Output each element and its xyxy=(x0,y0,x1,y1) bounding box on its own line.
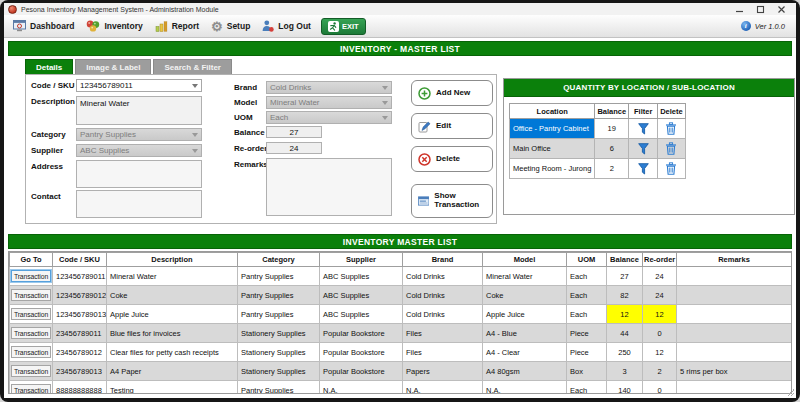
master-col-header: Model xyxy=(483,253,567,267)
cell-balance: 12 xyxy=(607,305,643,324)
cell-category: Pantry Supplies xyxy=(238,305,320,324)
cell-brand: Cold Drinks xyxy=(403,267,483,286)
supplier-label: Supplier xyxy=(31,146,63,155)
cell-brand: N.A. xyxy=(403,381,483,395)
master-col-header: Remarks xyxy=(677,253,792,267)
filter-icon[interactable] xyxy=(629,159,658,179)
filter-icon[interactable] xyxy=(629,139,658,159)
cell-category: Stationery Supplies xyxy=(238,362,320,381)
reorder-value: 24 xyxy=(290,144,299,153)
add-icon xyxy=(418,87,431,100)
description-label: Description xyxy=(31,97,75,106)
location-balance-cell: 2 xyxy=(595,159,629,179)
location-row[interactable]: Office - Pantry Cabinet19 xyxy=(510,119,686,139)
dashboard-button[interactable]: Dashboard xyxy=(7,18,80,34)
cell-category: Pantry Supplies xyxy=(238,267,320,286)
cell-code: 123456789011 xyxy=(53,267,107,286)
transaction-button[interactable]: Transaction xyxy=(11,384,51,394)
cell-balance: 82 xyxy=(607,286,643,305)
remarks-field xyxy=(266,158,392,216)
inventory-button[interactable]: Inventory xyxy=(80,18,148,34)
cell-brand: Cold Drinks xyxy=(403,286,483,305)
cell-remarks: 5 rims per box xyxy=(677,362,792,381)
window-controls xyxy=(735,5,792,14)
master-col-header: Supplier xyxy=(320,253,403,267)
filter-icon[interactable] xyxy=(629,119,658,139)
logout-button[interactable]: Log Out xyxy=(256,18,317,34)
maximize-icon[interactable] xyxy=(756,5,765,14)
cell-category: Pantry Supplies xyxy=(238,286,320,305)
cell-reorder: 12 xyxy=(643,343,677,362)
cell-uom: Each xyxy=(567,267,607,286)
resize-grip[interactable] xyxy=(787,389,794,396)
cell-model: A4 - Clear xyxy=(483,343,567,362)
cell-uom: Piece xyxy=(567,324,607,343)
info-icon[interactable]: i xyxy=(741,21,751,31)
location-col-header: Balance xyxy=(595,104,629,119)
tab-image-label[interactable]: Image & Label xyxy=(75,59,151,74)
uom-label: UOM xyxy=(234,113,253,122)
edit-button[interactable]: Edit xyxy=(411,113,493,139)
close-icon[interactable] xyxy=(777,5,786,14)
cell-code: 123456789012 xyxy=(53,286,107,305)
show-transaction-button[interactable]: Show Transaction xyxy=(411,184,493,218)
setup-button[interactable]: ⚙ Setup xyxy=(205,19,256,34)
minimize-icon[interactable] xyxy=(735,5,744,14)
address-field xyxy=(76,160,202,188)
contact-field xyxy=(76,190,202,218)
cell-description: Coke xyxy=(107,286,238,305)
add-new-button[interactable]: Add New xyxy=(411,80,493,106)
delete-label: Delete xyxy=(436,155,460,164)
transaction-button[interactable]: Transaction xyxy=(11,327,51,339)
goto-cell: Transaction xyxy=(10,381,53,395)
transaction-button[interactable]: Transaction xyxy=(11,308,51,320)
cell-category: Pantry Supplies xyxy=(238,381,320,395)
reorder-label: Re-order xyxy=(234,144,267,153)
location-row[interactable]: Meeting Room - Jurong2 xyxy=(510,159,686,179)
location-cell[interactable]: Main Office xyxy=(510,139,595,159)
brand-value: Cold Drinks xyxy=(270,83,311,92)
location-balance-cell: 19 xyxy=(595,119,629,139)
supplier-value: ABC Supplies xyxy=(80,146,129,155)
exit-button[interactable]: EXIT xyxy=(321,18,366,35)
cell-uom: Each xyxy=(567,286,607,305)
table-row: Transaction123456789013Apple JuicePantry… xyxy=(10,305,792,324)
delete-button[interactable]: Delete xyxy=(411,146,493,172)
location-row[interactable]: Main Office6 xyxy=(510,139,686,159)
chevron-down-icon xyxy=(192,84,198,88)
code-sku-combobox[interactable]: 123456789011 xyxy=(76,79,202,92)
cell-model: N.A. xyxy=(483,381,567,395)
toolbar-item-label: EXIT xyxy=(342,22,359,31)
location-cell[interactable]: Meeting Room - Jurong xyxy=(510,159,595,179)
address-label: Address xyxy=(31,162,63,171)
tab-search-filter[interactable]: Search & Filter xyxy=(153,59,231,74)
reorder-field: 24 xyxy=(266,142,322,154)
cell-uom: Box xyxy=(567,362,607,381)
transaction-button[interactable]: Transaction xyxy=(11,289,51,301)
master-col-header: Description xyxy=(107,253,238,267)
cell-remarks xyxy=(677,324,792,343)
dashboard-icon xyxy=(13,20,26,32)
goto-cell: Transaction xyxy=(10,324,53,343)
gear-icon: ⚙ xyxy=(211,21,223,32)
add-new-label: Add New xyxy=(436,89,470,98)
master-list-table: Go ToCode / SKUDescriptionCategorySuppli… xyxy=(9,252,792,394)
toolbar: Dashboard Inventory Report ⚙ xyxy=(4,15,796,38)
master-col-header: Code / SKU xyxy=(53,253,107,267)
quantity-panel-title: QUANTITY BY LOCATION / SUB-LOCATION xyxy=(563,83,735,92)
trash-icon[interactable] xyxy=(658,119,686,139)
transaction-button[interactable]: Transaction xyxy=(11,346,51,358)
trash-icon[interactable] xyxy=(658,159,686,179)
master-col-header: Re-order xyxy=(643,253,677,267)
report-button[interactable]: Report xyxy=(149,18,205,34)
cell-brand: Files xyxy=(403,324,483,343)
transaction-button[interactable]: Transaction xyxy=(11,365,51,377)
trash-icon[interactable] xyxy=(658,139,686,159)
master-col-header: Go To xyxy=(10,253,53,267)
cell-brand: Papers xyxy=(403,362,483,381)
tab-details[interactable]: Details xyxy=(25,59,73,74)
table-row: Transaction88888888888TestingPantry Supp… xyxy=(10,381,792,395)
main-content: INVENTORY - MASTER LIST Details Image & … xyxy=(4,39,796,398)
location-cell[interactable]: Office - Pantry Cabinet xyxy=(510,119,595,139)
transaction-button[interactable]: Transaction xyxy=(11,270,51,282)
